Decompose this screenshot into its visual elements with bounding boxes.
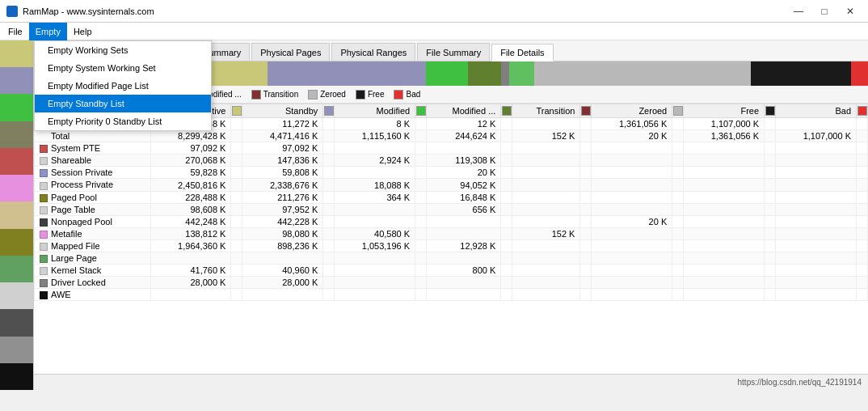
cell-modified: 1,115,160 K xyxy=(335,130,415,142)
empty-working-sets[interactable]: Empty Working Sets xyxy=(35,41,211,59)
legend-zeroed-label: Zeroed xyxy=(320,90,346,99)
sidebar-modified2-color xyxy=(0,121,33,148)
cell-modifiedZero xyxy=(427,142,501,155)
tab-physical-ranges[interactable]: Physical Ranges xyxy=(331,43,415,61)
empty-standby-list[interactable]: Empty Standby List xyxy=(35,95,211,112)
cell-modified xyxy=(335,265,415,277)
menu-bar: File Empty Help xyxy=(0,23,868,40)
cell-bad xyxy=(776,265,857,277)
col-free: Free xyxy=(684,104,765,118)
cell-color-modifiedZero xyxy=(501,289,512,301)
cell-free xyxy=(684,215,765,227)
sidebar-driver-color xyxy=(0,337,33,363)
cell-color-bad xyxy=(857,265,868,277)
cell-color-free xyxy=(765,265,776,277)
cell-standby: 28,000 K xyxy=(242,277,323,289)
cell-free xyxy=(684,252,765,265)
cell-modified xyxy=(335,142,415,155)
table-row: Nonpaged Pool442,248 K442,228 K20 K xyxy=(35,215,868,227)
title-bar-left: RamMap - www.sysinternals.com xyxy=(6,6,154,17)
cell-color-free xyxy=(765,203,776,215)
cell-color-bad xyxy=(857,167,868,179)
cell-color-standby xyxy=(323,277,335,289)
tab-file-summary[interactable]: File Summary xyxy=(417,43,490,61)
mem-transition xyxy=(501,61,509,86)
cell-bad xyxy=(776,252,857,265)
cell-type: AWE xyxy=(35,289,151,301)
cell-bad xyxy=(776,277,857,289)
maximize-button[interactable]: □ xyxy=(813,3,836,19)
cell-color-active xyxy=(231,289,242,301)
cell-modified: 2,924 K xyxy=(335,155,415,167)
tab-physical-pages[interactable]: Physical Pages xyxy=(251,43,330,61)
status-bar: https://blog.csdn.net/qq_42191914 xyxy=(34,374,868,390)
cell-modified: 8 K xyxy=(335,118,415,130)
empty-modified-page-list[interactable]: Empty Modified Page List xyxy=(35,77,211,95)
cell-color-active xyxy=(231,191,242,203)
cell-color-active xyxy=(231,142,242,155)
col-transition-color xyxy=(580,104,592,118)
cell-color-bad xyxy=(857,289,868,301)
cell-color-free xyxy=(765,191,776,203)
sidebar-shared-color xyxy=(0,282,33,309)
cell-free xyxy=(684,277,765,289)
legend-transition-color xyxy=(251,90,261,100)
table-row: Kernel Stack41,760 K40,960 K800 K xyxy=(35,265,868,277)
cell-color-standby xyxy=(323,130,335,142)
cell-active: 2,450,816 K xyxy=(150,179,231,191)
cell-modified xyxy=(335,252,415,265)
empty-priority-0-standby-list[interactable]: Empty Priority 0 Standby List xyxy=(35,112,211,130)
sidebar-modified-color xyxy=(0,94,33,121)
cell-color-standby xyxy=(323,289,335,301)
close-button[interactable]: ✕ xyxy=(839,3,862,19)
col-standby: Standby xyxy=(242,104,323,118)
cell-color-modified xyxy=(415,277,427,289)
app-icon xyxy=(6,6,18,17)
menu-help[interactable]: Help xyxy=(67,23,99,40)
cell-color-bad xyxy=(857,179,868,191)
cell-color-standby xyxy=(323,179,335,191)
cell-color-transition xyxy=(580,155,592,167)
menu-empty[interactable]: Empty xyxy=(29,23,67,40)
cell-modifiedZero: 244,624 K xyxy=(427,130,501,142)
cell-free: 1,361,056 K xyxy=(684,130,765,142)
cell-modifiedZero xyxy=(427,227,501,239)
cell-transition xyxy=(512,215,580,227)
cell-zeroed xyxy=(592,289,672,301)
cell-modifiedZero: 16,848 K xyxy=(427,191,501,203)
table-row: AWE xyxy=(35,289,868,301)
cell-color-transition xyxy=(580,130,592,142)
legend-transition-label: Transition xyxy=(263,90,299,99)
cell-color-modified xyxy=(415,203,427,215)
table-row: Total8,299,428 K4,471,416 K1,115,160 K24… xyxy=(35,130,868,142)
cell-transition: 152 K xyxy=(512,130,580,142)
cell-type: Paged Pool xyxy=(35,191,151,203)
cell-modified: 40,580 K xyxy=(335,227,415,239)
cell-color-zeroed xyxy=(672,130,684,142)
cell-free xyxy=(684,155,765,167)
cell-modified xyxy=(335,167,415,179)
cell-color-bad xyxy=(857,203,868,215)
cell-active: 59,828 K xyxy=(150,167,231,179)
sidebar-standby-color xyxy=(0,67,33,94)
cell-color-modified xyxy=(415,265,427,277)
tab-file-details[interactable]: File Details xyxy=(491,44,553,61)
cell-color-zeroed xyxy=(672,191,684,203)
col-modified-color xyxy=(415,104,427,118)
cell-color-modifiedZero xyxy=(501,130,512,142)
table-row: Large Page xyxy=(35,252,868,265)
cell-color-transition xyxy=(580,252,592,265)
cell-active: 442,248 K xyxy=(150,215,231,227)
mem-standby xyxy=(268,61,426,86)
empty-system-working-set[interactable]: Empty System Working Set xyxy=(35,59,211,77)
cell-color-modifiedZero xyxy=(501,142,512,155)
cell-color-modified xyxy=(415,130,427,142)
menu-file[interactable]: File xyxy=(2,23,29,40)
cell-transition xyxy=(512,252,580,265)
cell-free xyxy=(684,167,765,179)
minimize-button[interactable]: — xyxy=(787,3,810,19)
cell-standby xyxy=(242,252,323,265)
cell-color-zeroed xyxy=(672,118,684,130)
sidebar-large-color xyxy=(0,256,33,282)
cell-color-transition xyxy=(580,239,592,252)
